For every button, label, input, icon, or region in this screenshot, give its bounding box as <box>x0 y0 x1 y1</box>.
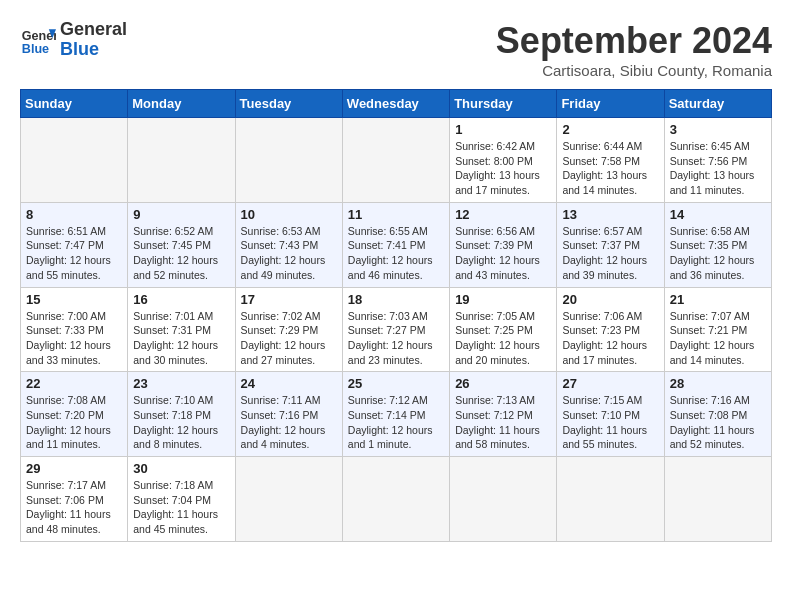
day-info: Sunrise: 7:01 AM Sunset: 7:31 PM Dayligh… <box>133 309 229 368</box>
day-info: Sunrise: 7:06 AM Sunset: 7:23 PM Dayligh… <box>562 309 658 368</box>
calendar-day-cell: 1 Sunrise: 6:42 AM Sunset: 8:00 PM Dayli… <box>450 118 557 203</box>
day-number: 9 <box>133 207 229 222</box>
day-info: Sunrise: 7:16 AM Sunset: 7:08 PM Dayligh… <box>670 393 766 452</box>
day-info: Sunrise: 6:42 AM Sunset: 8:00 PM Dayligh… <box>455 139 551 198</box>
calendar-day-cell: 12 Sunrise: 6:56 AM Sunset: 7:39 PM Dayl… <box>450 202 557 287</box>
weekday-header: Friday <box>557 90 664 118</box>
calendar-day-cell: 28 Sunrise: 7:16 AM Sunset: 7:08 PM Dayl… <box>664 372 771 457</box>
calendar-day-cell: 23 Sunrise: 7:10 AM Sunset: 7:18 PM Dayl… <box>128 372 235 457</box>
day-info: Sunrise: 6:53 AM Sunset: 7:43 PM Dayligh… <box>241 224 337 283</box>
day-number: 21 <box>670 292 766 307</box>
day-info: Sunrise: 7:07 AM Sunset: 7:21 PM Dayligh… <box>670 309 766 368</box>
day-info: Sunrise: 6:56 AM Sunset: 7:39 PM Dayligh… <box>455 224 551 283</box>
day-number: 25 <box>348 376 444 391</box>
day-number: 20 <box>562 292 658 307</box>
calendar-day-cell: 17 Sunrise: 7:02 AM Sunset: 7:29 PM Dayl… <box>235 287 342 372</box>
day-info: Sunrise: 6:55 AM Sunset: 7:41 PM Dayligh… <box>348 224 444 283</box>
day-info: Sunrise: 7:08 AM Sunset: 7:20 PM Dayligh… <box>26 393 122 452</box>
calendar-day-cell: 18 Sunrise: 7:03 AM Sunset: 7:27 PM Dayl… <box>342 287 449 372</box>
day-number: 11 <box>348 207 444 222</box>
calendar-day-cell: 21 Sunrise: 7:07 AM Sunset: 7:21 PM Dayl… <box>664 287 771 372</box>
day-info: Sunrise: 6:44 AM Sunset: 7:58 PM Dayligh… <box>562 139 658 198</box>
calendar-day-cell: 3 Sunrise: 6:45 AM Sunset: 7:56 PM Dayli… <box>664 118 771 203</box>
calendar-day-cell: 11 Sunrise: 6:55 AM Sunset: 7:41 PM Dayl… <box>342 202 449 287</box>
svg-text:Blue: Blue <box>22 41 49 55</box>
weekday-header: Tuesday <box>235 90 342 118</box>
day-info: Sunrise: 7:11 AM Sunset: 7:16 PM Dayligh… <box>241 393 337 452</box>
day-number: 15 <box>26 292 122 307</box>
weekday-header: Thursday <box>450 90 557 118</box>
calendar-day-cell: 22 Sunrise: 7:08 AM Sunset: 7:20 PM Dayl… <box>21 372 128 457</box>
calendar-week-row: 15 Sunrise: 7:00 AM Sunset: 7:33 PM Dayl… <box>21 287 772 372</box>
location: Cartisoara, Sibiu County, Romania <box>496 62 772 79</box>
day-number: 13 <box>562 207 658 222</box>
calendar-day-cell: 25 Sunrise: 7:12 AM Sunset: 7:14 PM Dayl… <box>342 372 449 457</box>
calendar-week-row: 22 Sunrise: 7:08 AM Sunset: 7:20 PM Dayl… <box>21 372 772 457</box>
day-info: Sunrise: 7:15 AM Sunset: 7:10 PM Dayligh… <box>562 393 658 452</box>
day-info: Sunrise: 7:12 AM Sunset: 7:14 PM Dayligh… <box>348 393 444 452</box>
calendar-day-cell: 26 Sunrise: 7:13 AM Sunset: 7:12 PM Dayl… <box>450 372 557 457</box>
day-number: 10 <box>241 207 337 222</box>
day-info: Sunrise: 6:51 AM Sunset: 7:47 PM Dayligh… <box>26 224 122 283</box>
day-number: 8 <box>26 207 122 222</box>
day-number: 30 <box>133 461 229 476</box>
logo-blue: Blue <box>60 40 127 60</box>
weekday-header: Wednesday <box>342 90 449 118</box>
day-info: Sunrise: 7:10 AM Sunset: 7:18 PM Dayligh… <box>133 393 229 452</box>
day-info: Sunrise: 6:52 AM Sunset: 7:45 PM Dayligh… <box>133 224 229 283</box>
day-number: 17 <box>241 292 337 307</box>
calendar-day-cell: 13 Sunrise: 6:57 AM Sunset: 7:37 PM Dayl… <box>557 202 664 287</box>
day-number: 26 <box>455 376 551 391</box>
day-number: 29 <box>26 461 122 476</box>
day-info: Sunrise: 6:58 AM Sunset: 7:35 PM Dayligh… <box>670 224 766 283</box>
weekday-header: Sunday <box>21 90 128 118</box>
day-info: Sunrise: 7:05 AM Sunset: 7:25 PM Dayligh… <box>455 309 551 368</box>
calendar-day-cell: 20 Sunrise: 7:06 AM Sunset: 7:23 PM Dayl… <box>557 287 664 372</box>
logo-general: General <box>60 20 127 40</box>
calendar-week-row: 29 Sunrise: 7:17 AM Sunset: 7:06 PM Dayl… <box>21 457 772 542</box>
day-number: 3 <box>670 122 766 137</box>
calendar-table: SundayMondayTuesdayWednesdayThursdayFrid… <box>20 89 772 542</box>
title-block: September 2024 Cartisoara, Sibiu County,… <box>496 20 772 79</box>
calendar-day-cell <box>450 457 557 542</box>
day-number: 24 <box>241 376 337 391</box>
calendar-week-row: 1 Sunrise: 6:42 AM Sunset: 8:00 PM Dayli… <box>21 118 772 203</box>
day-info: Sunrise: 7:00 AM Sunset: 7:33 PM Dayligh… <box>26 309 122 368</box>
calendar-day-cell: 27 Sunrise: 7:15 AM Sunset: 7:10 PM Dayl… <box>557 372 664 457</box>
day-number: 1 <box>455 122 551 137</box>
day-number: 2 <box>562 122 658 137</box>
calendar-day-cell: 24 Sunrise: 7:11 AM Sunset: 7:16 PM Dayl… <box>235 372 342 457</box>
day-number: 18 <box>348 292 444 307</box>
day-number: 12 <box>455 207 551 222</box>
month-title: September 2024 <box>496 20 772 62</box>
day-number: 16 <box>133 292 229 307</box>
calendar-day-cell: 16 Sunrise: 7:01 AM Sunset: 7:31 PM Dayl… <box>128 287 235 372</box>
day-number: 27 <box>562 376 658 391</box>
calendar-day-cell: 8 Sunrise: 6:51 AM Sunset: 7:47 PM Dayli… <box>21 202 128 287</box>
calendar-day-cell: 15 Sunrise: 7:00 AM Sunset: 7:33 PM Dayl… <box>21 287 128 372</box>
calendar-day-cell <box>557 457 664 542</box>
day-info: Sunrise: 7:03 AM Sunset: 7:27 PM Dayligh… <box>348 309 444 368</box>
calendar-day-cell <box>342 118 449 203</box>
calendar-week-row: 8 Sunrise: 6:51 AM Sunset: 7:47 PM Dayli… <box>21 202 772 287</box>
weekday-header: Monday <box>128 90 235 118</box>
day-number: 28 <box>670 376 766 391</box>
day-number: 23 <box>133 376 229 391</box>
logo-icon: General Blue <box>20 22 56 58</box>
calendar-day-cell: 2 Sunrise: 6:44 AM Sunset: 7:58 PM Dayli… <box>557 118 664 203</box>
calendar-day-cell <box>128 118 235 203</box>
day-number: 22 <box>26 376 122 391</box>
day-number: 19 <box>455 292 551 307</box>
day-info: Sunrise: 6:57 AM Sunset: 7:37 PM Dayligh… <box>562 224 658 283</box>
calendar-day-cell: 14 Sunrise: 6:58 AM Sunset: 7:35 PM Dayl… <box>664 202 771 287</box>
weekday-header-row: SundayMondayTuesdayWednesdayThursdayFrid… <box>21 90 772 118</box>
calendar-day-cell: 30 Sunrise: 7:18 AM Sunset: 7:04 PM Dayl… <box>128 457 235 542</box>
calendar-day-cell: 19 Sunrise: 7:05 AM Sunset: 7:25 PM Dayl… <box>450 287 557 372</box>
calendar-day-cell <box>342 457 449 542</box>
day-info: Sunrise: 6:45 AM Sunset: 7:56 PM Dayligh… <box>670 139 766 198</box>
day-number: 14 <box>670 207 766 222</box>
day-info: Sunrise: 7:13 AM Sunset: 7:12 PM Dayligh… <box>455 393 551 452</box>
calendar-day-cell <box>664 457 771 542</box>
calendar-day-cell: 10 Sunrise: 6:53 AM Sunset: 7:43 PM Dayl… <box>235 202 342 287</box>
calendar-day-cell: 9 Sunrise: 6:52 AM Sunset: 7:45 PM Dayli… <box>128 202 235 287</box>
